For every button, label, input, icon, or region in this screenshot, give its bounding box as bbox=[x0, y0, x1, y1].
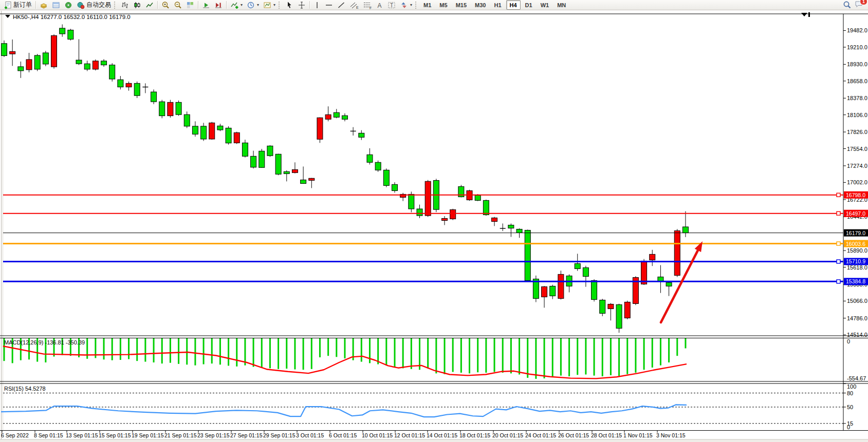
candle-body bbox=[682, 227, 688, 233]
candle-body bbox=[275, 154, 281, 174]
indicators-button[interactable]: ▾ bbox=[228, 0, 245, 10]
candle-body bbox=[60, 28, 65, 34]
quick-trade-toggle-bar bbox=[808, 12, 810, 17]
text-label-icon: T bbox=[387, 1, 396, 9]
candle-body bbox=[93, 61, 98, 69]
tf-m5-button[interactable]: M5 bbox=[436, 0, 451, 10]
periods-button[interactable]: ▾ bbox=[245, 0, 261, 10]
candle-body bbox=[392, 184, 397, 190]
toolbar-separator bbox=[226, 1, 227, 9]
autotrading-label: 自动交易 bbox=[86, 1, 111, 9]
candle-body bbox=[674, 230, 680, 275]
macd-histogram-bar bbox=[194, 338, 196, 366]
candle-body bbox=[558, 274, 564, 298]
date-label: 6 Sep 2022 bbox=[1, 432, 29, 438]
hline-tool-button[interactable] bbox=[323, 0, 335, 10]
bar-chart-button[interactable] bbox=[119, 0, 131, 10]
auto-scroll-button[interactable] bbox=[200, 0, 212, 10]
tf-m1-button[interactable]: M1 bbox=[420, 0, 435, 10]
chart-shift-button[interactable] bbox=[212, 0, 225, 10]
arrows-tool-button[interactable]: ▾ bbox=[398, 0, 414, 10]
crosshair-tool-button[interactable] bbox=[296, 0, 308, 10]
autotrading-button[interactable]: 自动交易 bbox=[75, 0, 113, 10]
candle-body bbox=[367, 155, 373, 162]
candle-body bbox=[442, 218, 448, 220]
candle-body bbox=[26, 60, 32, 70]
tf-m30-button[interactable]: M30 bbox=[471, 0, 489, 10]
candle-body bbox=[583, 267, 588, 276]
candle-body bbox=[525, 230, 530, 280]
macd-histogram-bar bbox=[361, 338, 362, 362]
dropdown-caret: ▾ bbox=[410, 3, 412, 7]
candle-body bbox=[624, 302, 630, 318]
price-tick-label: 15890.0 bbox=[847, 247, 867, 254]
macd-histogram-bar bbox=[444, 338, 446, 374]
fibonacci-tool-button[interactable]: F bbox=[361, 0, 374, 10]
market-watch-button[interactable] bbox=[38, 0, 50, 10]
channel-tool-button[interactable]: E bbox=[347, 0, 361, 10]
tf-m15-button[interactable]: M15 bbox=[452, 0, 470, 10]
candle-body bbox=[425, 181, 431, 216]
macd-histogram-bar bbox=[261, 338, 263, 368]
search-icon[interactable] bbox=[843, 1, 852, 9]
notifications-button[interactable]: 1 bbox=[855, 0, 864, 10]
price-line-handle[interactable] bbox=[837, 280, 840, 283]
rsi-level-label: 100 bbox=[847, 383, 856, 390]
text-icon: A bbox=[376, 1, 383, 9]
tf-mn-button[interactable]: MN bbox=[553, 0, 569, 10]
macd-histogram-bar bbox=[112, 338, 113, 360]
templates-button[interactable]: ▾ bbox=[261, 0, 278, 10]
candle-body bbox=[242, 143, 248, 156]
price-line-handle[interactable] bbox=[837, 193, 840, 197]
tf-h1-button[interactable]: H1 bbox=[490, 0, 505, 10]
line-chart-button[interactable] bbox=[143, 0, 156, 10]
new-order-icon bbox=[4, 1, 12, 9]
price-line-handle[interactable] bbox=[837, 242, 840, 245]
price-tick-label: 17274.0 bbox=[847, 163, 867, 169]
indicators-icon bbox=[230, 1, 238, 9]
macd-histogram-bar bbox=[344, 338, 345, 358]
macd-histogram-bar bbox=[336, 338, 337, 357]
toolbar-separator bbox=[157, 1, 158, 9]
macd-axis-min: -554.67 bbox=[847, 375, 866, 381]
candle-body bbox=[76, 60, 82, 64]
price-line-handle[interactable] bbox=[837, 212, 840, 215]
candle-body bbox=[126, 83, 132, 87]
hline-icon bbox=[325, 1, 333, 9]
rsi-level-label: 80 bbox=[847, 390, 853, 396]
new-order-button[interactable]: 新订单 bbox=[2, 0, 34, 10]
tf-w1-button[interactable]: W1 bbox=[537, 0, 553, 10]
candle-body bbox=[508, 225, 514, 228]
bar-chart-icon bbox=[121, 1, 129, 9]
tf-d1-button[interactable]: D1 bbox=[522, 0, 536, 10]
trendline-tool-button[interactable] bbox=[335, 0, 347, 10]
candle-body bbox=[43, 53, 48, 64]
candle-body bbox=[334, 112, 339, 117]
candle-body bbox=[383, 170, 389, 185]
tile-windows-button[interactable] bbox=[184, 0, 196, 10]
macd-histogram-bar bbox=[460, 338, 462, 373]
chart-canvas[interactable]: 19482.019210.018930.018658.018378.018106… bbox=[0, 0, 868, 442]
date-label: 28 Oct 01:15 bbox=[591, 432, 622, 438]
macd-histogram-bar bbox=[544, 338, 545, 378]
text-tool-button[interactable]: A bbox=[374, 0, 385, 10]
macd-histogram-bar bbox=[236, 338, 237, 367]
zoom-in-button[interactable] bbox=[159, 0, 172, 10]
candlestick-button[interactable] bbox=[131, 0, 143, 10]
macd-label: MACD(12,26,9) -136.81 -350.39 bbox=[4, 339, 85, 345]
text-label-tool-button[interactable]: T bbox=[385, 0, 398, 10]
vline-tool-button[interactable] bbox=[311, 0, 323, 10]
rsi-level-label: 50 bbox=[847, 404, 853, 410]
macd-histogram-bar bbox=[477, 338, 478, 372]
data-window-button[interactable] bbox=[50, 0, 62, 10]
tf-h4-button[interactable]: H4 bbox=[506, 0, 521, 10]
price-line-handle[interactable] bbox=[837, 260, 840, 263]
candle-body bbox=[450, 209, 456, 219]
crosshair-icon bbox=[298, 1, 306, 9]
navigator-button[interactable] bbox=[62, 0, 75, 10]
candle-body bbox=[284, 171, 289, 174]
macd-histogram-bar bbox=[402, 338, 404, 368]
macd-histogram-bar bbox=[128, 338, 130, 359]
cursor-tool-button[interactable] bbox=[283, 0, 296, 10]
zoom-out-button[interactable] bbox=[172, 0, 184, 10]
